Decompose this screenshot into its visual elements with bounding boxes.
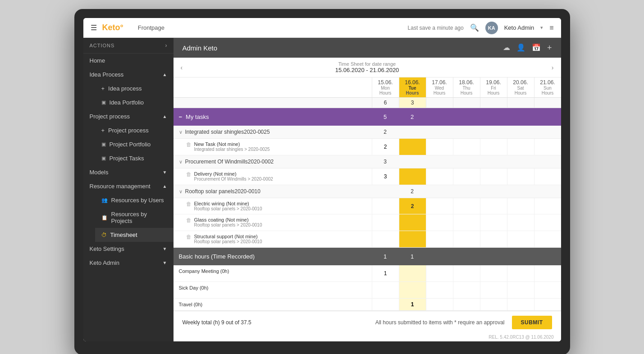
task-delivery-mon[interactable] xyxy=(372,168,399,185)
travel-tue[interactable]: 1 xyxy=(399,299,426,310)
sidebar-item-idea-portfolio[interactable]: ▣ Idea Portfolio xyxy=(95,95,174,109)
travel-sun[interactable] xyxy=(534,299,561,310)
task-delivery-tue[interactable] xyxy=(399,168,426,185)
task-delivery-thu[interactable] xyxy=(453,168,480,185)
task-delivery-sat[interactable] xyxy=(507,168,534,185)
travel-fri[interactable] xyxy=(480,299,507,310)
task-electric-wed[interactable] xyxy=(426,198,453,214)
task-electric-sat[interactable] xyxy=(507,198,534,214)
task-glass-fri[interactable] xyxy=(480,214,507,231)
task-delivery-delete[interactable]: 🗑 xyxy=(186,171,192,177)
company-meeting-tue[interactable] xyxy=(399,265,426,281)
task-new-task-wed[interactable] xyxy=(426,139,453,155)
company-meeting-sat[interactable] xyxy=(507,265,534,281)
task-electric-tue[interactable]: 2 xyxy=(399,198,426,214)
sick-day-wed[interactable] xyxy=(426,282,453,298)
sick-day-fri[interactable] xyxy=(480,282,507,298)
group-procurement-chevron[interactable]: ∨ xyxy=(179,159,183,165)
sidebar-section-idea-process[interactable]: Idea Process ▲ xyxy=(83,68,174,82)
task-structural-sun[interactable] xyxy=(534,231,561,247)
task-glass-wed[interactable] xyxy=(426,214,453,231)
task-structural-delete[interactable]: 🗑 xyxy=(186,234,192,240)
task-electric-mon[interactable] xyxy=(372,198,399,214)
submit-button[interactable]: SUBMIT xyxy=(512,316,552,329)
company-meeting-fri[interactable] xyxy=(480,265,507,281)
task-new-task-sun-input[interactable] xyxy=(538,141,557,153)
task-new-task-fri-input[interactable] xyxy=(484,141,503,153)
task-glass-tue-input[interactable] xyxy=(402,216,422,229)
task-delivery-sun[interactable] xyxy=(534,168,561,185)
my-tasks-minus[interactable]: − xyxy=(179,113,183,120)
task-structural-tue-input[interactable] xyxy=(402,233,422,245)
task-delivery-tue-input[interactable] xyxy=(402,170,422,183)
task-structural-thu[interactable] xyxy=(453,231,480,247)
group-integrated-chevron[interactable]: ∨ xyxy=(179,129,183,135)
sick-day-thu[interactable] xyxy=(453,282,480,298)
task-electric-fri[interactable] xyxy=(480,198,507,214)
sidebar-item-add-project-process[interactable]: + Project process xyxy=(95,123,174,137)
sick-day-sat[interactable] xyxy=(507,282,534,298)
sick-day-mon[interactable] xyxy=(372,282,399,298)
add-icon[interactable]: + xyxy=(547,43,552,53)
search-icon[interactable]: 🔍 xyxy=(470,23,479,32)
task-delivery-mon-input[interactable] xyxy=(375,170,395,183)
task-structural-fri[interactable] xyxy=(480,231,507,247)
task-electric-delete[interactable]: 🗑 xyxy=(186,201,192,207)
sidebar-section-resource-management[interactable]: Resource management ▲ xyxy=(83,179,174,193)
sidebar-item-resources-by-projects[interactable]: 📋 Resources by Projects xyxy=(95,207,174,228)
task-new-task-mon-input[interactable] xyxy=(375,141,395,153)
task-glass-delete[interactable]: 🗑 xyxy=(186,217,192,223)
company-meeting-tue-input[interactable] xyxy=(402,267,422,280)
user-icon[interactable]: 👤 xyxy=(516,43,525,53)
sick-day-tue-input[interactable] xyxy=(402,284,422,296)
task-new-task-tue-input[interactable] xyxy=(402,141,422,153)
company-meeting-sun[interactable] xyxy=(534,265,561,281)
company-meeting-mon[interactable] xyxy=(372,265,399,281)
task-new-task-sun[interactable] xyxy=(534,139,561,155)
task-new-task-thu[interactable] xyxy=(453,139,480,155)
sidebar-section-keto-admin[interactable]: Keto Admin ▼ xyxy=(83,256,174,270)
task-new-task-thu-input[interactable] xyxy=(457,141,476,153)
company-meeting-wed[interactable] xyxy=(426,265,453,281)
task-structural-wed[interactable] xyxy=(426,231,453,247)
sidebar-item-resources-by-users[interactable]: 👥 Resources by Users xyxy=(95,193,174,207)
task-glass-mon[interactable] xyxy=(372,214,399,231)
company-meeting-mon-input[interactable] xyxy=(375,267,395,280)
sidebar-item-project-portfolio[interactable]: ▣ Project Portfolio xyxy=(95,137,174,151)
sick-day-tue[interactable] xyxy=(399,282,426,298)
top-menu-icon[interactable]: ≡ xyxy=(549,24,553,32)
task-delivery-wed[interactable] xyxy=(426,168,453,185)
sidebar-item-home[interactable]: Home xyxy=(83,54,174,68)
task-new-task-delete[interactable]: 🗑 xyxy=(186,141,192,148)
task-new-task-tue[interactable] xyxy=(399,139,426,155)
task-new-task-mon[interactable] xyxy=(372,139,399,155)
sidebar-actions-chevron[interactable]: › xyxy=(165,42,167,49)
task-structural-mon[interactable] xyxy=(372,231,399,247)
sidebar-item-add-idea-process[interactable]: + Idea process xyxy=(95,82,174,95)
task-delivery-fri[interactable] xyxy=(480,168,507,185)
task-glass-sun[interactable] xyxy=(534,214,561,231)
next-arrow[interactable]: › xyxy=(552,64,554,71)
task-new-task-sat-input[interactable] xyxy=(511,141,530,153)
user-chevron[interactable]: ▾ xyxy=(540,25,543,31)
travel-sat[interactable] xyxy=(507,299,534,310)
task-new-task-wed-input[interactable] xyxy=(429,141,449,153)
sidebar-section-keto-settings[interactable]: Keto Settings ▼ xyxy=(83,242,174,256)
task-delivery-wed-input[interactable] xyxy=(429,170,449,183)
task-glass-tue[interactable] xyxy=(399,214,426,231)
task-structural-tue[interactable] xyxy=(399,231,426,247)
travel-thu[interactable] xyxy=(453,299,480,310)
hamburger-icon[interactable]: ☰ xyxy=(91,23,97,32)
task-electric-sun[interactable] xyxy=(534,198,561,214)
sidebar-section-project-process[interactable]: Project process ▲ xyxy=(83,109,174,123)
sidebar-item-project-tasks[interactable]: ▣ Project Tasks xyxy=(95,151,174,165)
company-meeting-thu[interactable] xyxy=(453,265,480,281)
task-electric-thu[interactable] xyxy=(453,198,480,214)
sidebar-item-timesheet[interactable]: ⏱ Timesheet xyxy=(95,228,174,242)
task-glass-sat[interactable] xyxy=(507,214,534,231)
sidebar-section-models[interactable]: Models ▼ xyxy=(83,165,174,179)
task-glass-thu[interactable] xyxy=(453,214,480,231)
travel-mon[interactable] xyxy=(372,299,399,310)
task-new-task-sat[interactable] xyxy=(507,139,534,155)
travel-wed[interactable] xyxy=(426,299,453,310)
